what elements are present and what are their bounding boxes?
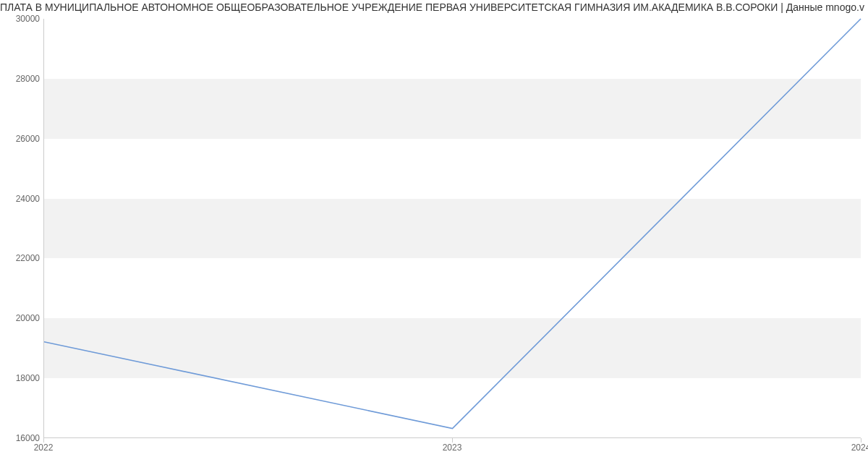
y-axis-tick-label: 18000	[4, 373, 40, 383]
x-axis-tick-mark	[861, 438, 861, 443]
y-axis-tick-label: 30000	[4, 14, 40, 24]
x-axis-tick-label: 2023	[443, 443, 462, 453]
x-axis-tick-mark	[43, 438, 44, 443]
data-line	[44, 19, 861, 429]
plot-area	[43, 19, 861, 438]
y-axis-tick-label: 28000	[4, 74, 40, 84]
x-axis-tick-label: 2024	[851, 443, 868, 453]
chart-container: ПЛАТА В МУНИЦИПАЛЬНОЕ АВТОНОМНОЕ ОБЩЕОБР…	[0, 0, 868, 470]
y-axis-tick-label: 20000	[4, 313, 40, 323]
line-series	[44, 19, 861, 437]
y-axis-tick-label: 26000	[4, 134, 40, 144]
x-axis-tick-mark	[452, 438, 453, 443]
x-axis-tick-label: 2022	[34, 443, 54, 453]
chart-title: ПЛАТА В МУНИЦИПАЛЬНОЕ АВТОНОМНОЕ ОБЩЕОБР…	[0, 1, 868, 13]
y-axis-tick-label: 24000	[4, 194, 40, 204]
y-axis-tick-label: 16000	[4, 433, 40, 443]
y-axis-tick-label: 22000	[4, 253, 40, 263]
